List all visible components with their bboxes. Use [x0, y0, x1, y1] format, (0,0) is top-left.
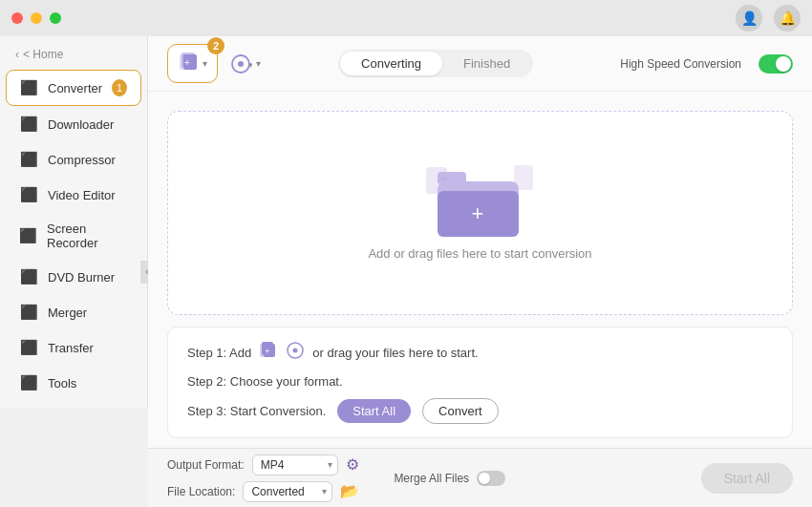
settings2-icon [286, 341, 305, 365]
dvd-burner-icon: ⬛ [19, 268, 38, 285]
folder-plus-icon: + [472, 203, 484, 224]
video-editor-icon: ⬛ [19, 186, 38, 203]
sidebar-item-compressor[interactable]: ⬛ Compressor [6, 142, 141, 177]
step-1-row: Step 1: Add + [187, 341, 773, 365]
tab-converting[interactable]: Converting [340, 52, 442, 75]
sidebar: ‹ < Home ⬛ Converter 1 ⬛ Downloader ⬛ Co… [0, 36, 148, 409]
svg-text:+: + [266, 347, 270, 356]
downloader-icon: ⬛ [19, 116, 38, 133]
sparkle-icon: ✦ [439, 173, 449, 186]
sidebar-item-video-editor[interactable]: ⬛ Video Editor [6, 178, 141, 212]
file-location-field: File Location: Converted Downloads Deskt… [167, 481, 359, 502]
sidebar-item-converter[interactable]: ⬛ Converter 1 [6, 70, 141, 106]
svg-point-5 [238, 61, 244, 67]
transfer-icon: ⬛ [19, 339, 38, 356]
start-all-button[interactable]: Start All [337, 399, 411, 423]
add-chevron-icon: ▾ [203, 58, 207, 69]
close-button[interactable] [11, 12, 23, 24]
file-location-select[interactable]: Converted Downloads Desktop [243, 481, 332, 502]
output-format-label: Output Format: [167, 458, 245, 472]
output-format-field: Output Format: MP4 MOV AVI MKV ⚙ [167, 454, 359, 475]
folder-icon: + ✦ [438, 165, 524, 237]
sidebar-item-screen-recorder[interactable]: ⬛ Screen Recorder [6, 213, 141, 259]
sidebar-item-label: Merger [48, 306, 87, 320]
notification-icon[interactable]: 🔔 [774, 5, 801, 32]
format-settings-icon[interactable]: ⚙ [346, 455, 359, 474]
convert-button[interactable]: Convert [422, 398, 499, 424]
drop-zone-container: + ✦ Add or drag files here to start conv… [148, 92, 812, 448]
steps-panel: Step 1: Add + [167, 327, 793, 438]
step3-prefix: Step 3: Start Conversion. [187, 404, 326, 418]
home-label: < Home [23, 48, 63, 61]
add-badge: 2 [207, 37, 224, 54]
sidebar-item-label: Downloader [48, 117, 114, 132]
tools-icon: ⬛ [19, 374, 38, 391]
folder-front: + [438, 191, 519, 237]
hsc-toggle[interactable] [759, 54, 793, 74]
add-icon: + [259, 341, 278, 365]
merge-label: Merge All Files [394, 472, 469, 485]
step1-prefix: Step 1: Add [187, 346, 251, 360]
sidebar-item-label: Transfer [48, 341, 94, 355]
footer-fields: Output Format: MP4 MOV AVI MKV ⚙ File Lo… [167, 454, 359, 502]
chevron-left-icon: ‹ [15, 48, 19, 61]
sidebar-item-dvd-burner[interactable]: ⬛ DVD Burner [6, 260, 141, 294]
home-link[interactable]: ‹ < Home [0, 44, 147, 69]
step-2-row: Step 2: Choose your format. [187, 374, 773, 389]
svg-text:+: + [184, 57, 190, 68]
sidebar-badge: 1 [112, 79, 127, 96]
sidebar-item-tools[interactable]: ⬛ Tools [6, 366, 141, 400]
screen-recorder-icon: ⬛ [19, 227, 37, 244]
sidebar-item-label: Converter [48, 81, 102, 95]
profile-icon[interactable]: 👤 [736, 5, 762, 32]
footer: Output Format: MP4 MOV AVI MKV ⚙ File Lo… [148, 448, 812, 507]
merge-toggle[interactable] [477, 471, 505, 486]
file-location-label: File Location: [167, 485, 235, 498]
svg-point-12 [293, 349, 298, 353]
sidebar-item-label: DVD Burner [48, 270, 115, 285]
sidebar-item-label: Video Editor [48, 188, 116, 202]
converter-icon: ⬛ [20, 79, 38, 96]
output-format-select[interactable]: MP4 MOV AVI MKV [252, 454, 338, 475]
sidebar-item-transfer[interactable]: ⬛ Transfer [6, 330, 141, 365]
svg-text:▾: ▾ [248, 60, 252, 70]
content-header: 2 + ▾ ▾ ▾ [148, 36, 812, 92]
sidebar-item-downloader[interactable]: ⬛ Downloader [6, 107, 141, 141]
drop-zone[interactable]: + ✦ Add or drag files here to start conv… [167, 111, 793, 315]
settings-chevron-icon: ▾ [256, 58, 261, 69]
compressor-icon: ⬛ [19, 151, 38, 168]
step-3-row: Step 3: Start Conversion. Start All Conv… [187, 398, 773, 424]
minimize-button[interactable] [31, 12, 42, 24]
step1-suffix: or drag your files here to start. [312, 346, 478, 360]
settings-button[interactable]: ▾ ▾ [229, 53, 261, 75]
folder-open-icon[interactable]: 📂 [340, 482, 359, 500]
sidebar-item-label: Screen Recorder [47, 222, 128, 250]
merger-icon: ⬛ [19, 304, 38, 321]
sidebar-item-label: Tools [48, 376, 76, 391]
maximize-button[interactable] [50, 12, 61, 24]
merge-section: Merge All Files [394, 471, 505, 486]
tab-group: Converting Finished [338, 50, 533, 77]
main-content: 2 + ▾ ▾ ▾ [148, 36, 812, 507]
add-file-icon: + [178, 51, 199, 76]
add-files-button[interactable]: 2 + ▾ [167, 44, 218, 83]
step2-text: Step 2: Choose your format. [187, 374, 343, 389]
hsc-label: High Speed Conversion [620, 57, 741, 71]
title-bar: 👤 🔔 [0, 0, 812, 36]
footer-start-all-button[interactable]: Start All [701, 463, 793, 494]
tab-finished[interactable]: Finished [442, 52, 531, 75]
sidebar-item-merger[interactable]: ⬛ Merger [6, 295, 141, 329]
sidebar-item-label: Compressor [48, 153, 116, 167]
drop-zone-text: Add or drag files here to start conversi… [368, 246, 591, 261]
